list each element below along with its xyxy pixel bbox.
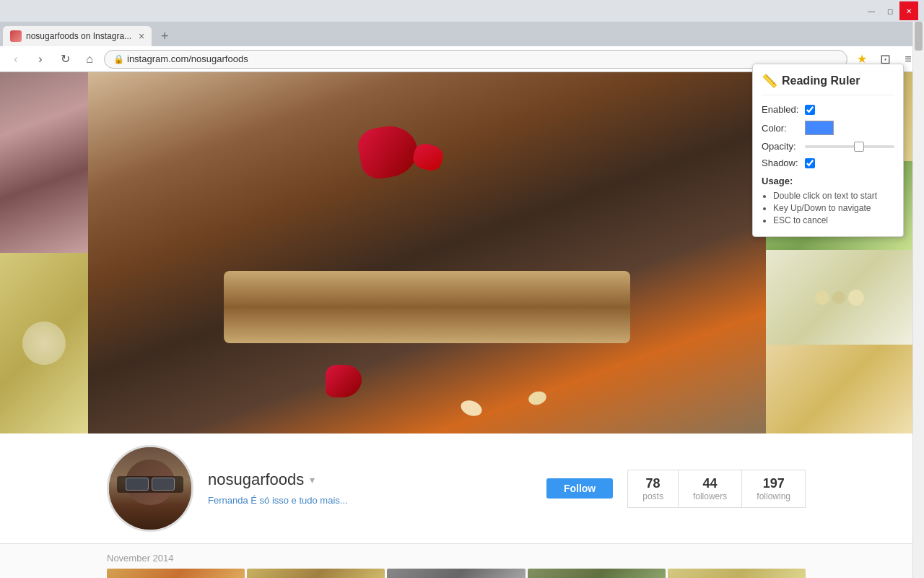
url-bar[interactable]: 🔒 instagram.com/nosugarfoods xyxy=(104,50,847,69)
shadow-label: Shadow: xyxy=(762,158,805,168)
profile-username: nosugarfoods xyxy=(208,470,304,489)
hero-photo-1 xyxy=(0,72,88,253)
grid-photo-4[interactable] xyxy=(528,569,666,578)
avatar xyxy=(107,445,193,532)
enabled-label: Enabled: xyxy=(762,104,805,115)
reading-ruler-title: Reading Ruler xyxy=(782,74,860,87)
month-header: November 2014 xyxy=(0,544,912,569)
back-button[interactable]: ‹ xyxy=(6,49,26,69)
month-title: November 2014 xyxy=(107,553,174,564)
usage-item-3: ESC to cancel xyxy=(773,215,894,225)
enabled-checkbox[interactable] xyxy=(805,105,815,115)
grid-photo-3[interactable] xyxy=(387,569,525,578)
reading-ruler-panel: 📏 Reading Ruler Enabled: Color: Opacity:… xyxy=(752,64,904,237)
photo-grid xyxy=(0,569,912,578)
profile-bio: Fernanda É só isso e tudo mais... xyxy=(208,495,348,506)
home-button[interactable]: ⌂ xyxy=(79,49,100,69)
url-text: instagram.com/nosugarfoods xyxy=(127,53,838,64)
usage-list: Double click on text to start Key Up/Dow… xyxy=(762,191,894,225)
stat-followers-num: 44 xyxy=(693,476,727,491)
scrollbar[interactable] xyxy=(912,22,924,578)
hero-photo-center xyxy=(88,72,766,434)
usage-item-1: Double click on text to start xyxy=(773,191,894,201)
tab-title: nosugarfoods on Instagra... xyxy=(26,31,131,41)
hero-photo-6 xyxy=(766,345,912,434)
grid-photo-2[interactable] xyxy=(247,569,385,578)
hero-photo-2 xyxy=(0,253,88,434)
minimize-button[interactable]: — xyxy=(862,1,881,20)
stat-following: 197 following xyxy=(741,470,806,508)
color-label: Color: xyxy=(762,123,805,134)
profile-dropdown-icon[interactable]: ▾ xyxy=(310,474,315,486)
grid-photo-1[interactable] xyxy=(107,569,245,578)
profile-info: nosugarfoods ▾ Fernanda É só isso e tudo… xyxy=(208,470,525,506)
reading-ruler-icon: 📏 xyxy=(762,73,777,89)
stat-followers-label: followers xyxy=(693,491,727,501)
stat-posts-num: 78 xyxy=(642,476,663,491)
follow-button[interactable]: Follow xyxy=(546,478,613,499)
usage-item-2: Key Up/Down to navigate xyxy=(773,203,894,213)
usage-title: Usage: xyxy=(762,176,894,186)
opacity-slider-thumb[interactable] xyxy=(854,142,864,152)
follow-button-container: Follow xyxy=(546,478,613,499)
opacity-slider[interactable] xyxy=(805,145,894,148)
profile-stats: 78 posts 44 followers 197 following xyxy=(627,470,806,508)
refresh-button[interactable]: ↻ xyxy=(55,49,75,69)
stat-posts: 78 posts xyxy=(627,470,678,508)
profile-strip: nosugarfoods ▾ Fernanda É só isso e tudo… xyxy=(0,434,912,544)
tab-favicon xyxy=(10,30,22,42)
scrollbar-thumb[interactable] xyxy=(915,22,923,51)
close-button[interactable]: ✕ xyxy=(899,1,918,20)
color-swatch[interactable] xyxy=(805,121,834,135)
active-tab[interactable]: nosugarfoods on Instagra... × xyxy=(3,26,152,46)
hero-photo-5 xyxy=(766,250,912,345)
usage-section: Usage: Double click on text to start Key… xyxy=(762,176,894,225)
maximize-button[interactable]: ◻ xyxy=(881,1,899,20)
new-tab-button[interactable]: + xyxy=(154,26,175,46)
lock-icon: 🔒 xyxy=(113,54,124,64)
stat-following-num: 197 xyxy=(757,476,790,491)
stat-following-label: following xyxy=(757,491,790,501)
forward-button[interactable]: › xyxy=(30,49,51,69)
grid-photo-5[interactable] xyxy=(668,569,806,578)
tab-close-icon[interactable]: × xyxy=(139,30,144,42)
stat-followers: 44 followers xyxy=(678,470,741,508)
shadow-checkbox[interactable] xyxy=(805,158,815,168)
opacity-label: Opacity: xyxy=(762,141,805,152)
stat-posts-label: posts xyxy=(642,491,663,501)
